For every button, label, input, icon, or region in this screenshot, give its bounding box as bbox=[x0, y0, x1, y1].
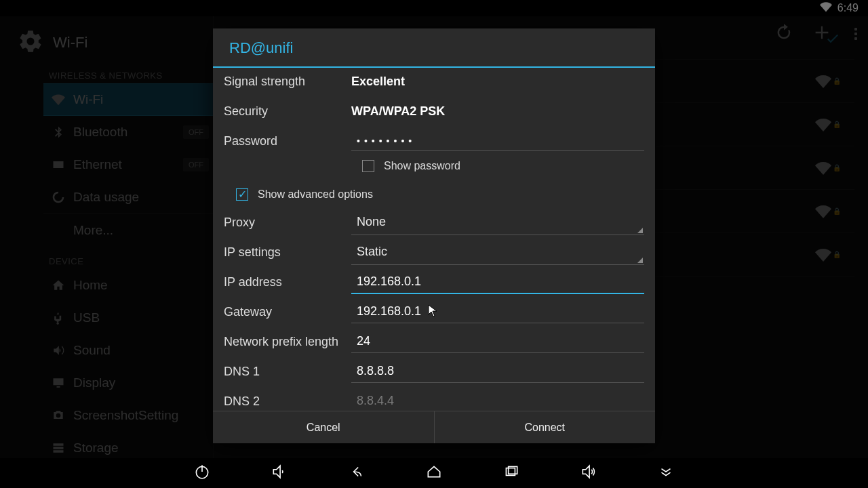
collapse-icon[interactable] bbox=[657, 463, 675, 483]
ip-address-label: IP address bbox=[224, 275, 351, 289]
dns1-label: DNS 1 bbox=[224, 365, 351, 379]
connect-button[interactable]: Connect bbox=[434, 411, 656, 443]
dialog-body: Signal strength Excellent Security WPA/W… bbox=[213, 68, 655, 411]
back-icon[interactable] bbox=[348, 463, 366, 483]
proxy-spinner[interactable]: None bbox=[351, 209, 644, 235]
show-password-label: Show password bbox=[384, 160, 460, 172]
ip-settings-value: Static bbox=[357, 245, 387, 258]
ip-address-input[interactable] bbox=[351, 270, 644, 294]
security-value: WPA/WPA2 PSK bbox=[351, 104, 445, 119]
power-icon[interactable] bbox=[193, 463, 211, 483]
ip-settings-spinner[interactable]: Static bbox=[351, 239, 644, 265]
chevron-down-icon bbox=[637, 258, 643, 263]
signal-strength-value: Excellent bbox=[351, 75, 405, 89]
system-navbar bbox=[0, 458, 868, 488]
password-input[interactable] bbox=[351, 131, 644, 151]
volume-down-icon[interactable] bbox=[271, 463, 288, 483]
cancel-button[interactable]: Cancel bbox=[213, 411, 434, 443]
dialog-title: RD@unifi bbox=[213, 28, 655, 66]
gateway-input[interactable] bbox=[351, 300, 644, 323]
ip-settings-label: IP settings bbox=[224, 245, 351, 260]
wifi-connect-dialog: RD@unifi Signal strength Excellent Secur… bbox=[213, 28, 655, 443]
security-label: Security bbox=[224, 104, 351, 119]
show-advanced-checkbox[interactable] bbox=[236, 188, 248, 201]
proxy-value: None bbox=[357, 215, 386, 228]
show-password-checkbox[interactable] bbox=[362, 160, 374, 172]
recents-icon[interactable] bbox=[502, 463, 520, 483]
dns1-input[interactable] bbox=[351, 360, 644, 383]
home-nav-icon[interactable] bbox=[425, 463, 443, 483]
chevron-down-icon bbox=[637, 228, 643, 233]
prefix-length-label: Network prefix length bbox=[224, 335, 351, 349]
dns2-label: DNS 2 bbox=[224, 394, 351, 409]
gateway-label: Gateway bbox=[224, 305, 351, 319]
dialog-button-bar: Cancel Connect bbox=[213, 411, 655, 443]
signal-strength-label: Signal strength bbox=[224, 75, 351, 89]
dns2-input[interactable] bbox=[351, 390, 644, 411]
proxy-label: Proxy bbox=[224, 216, 351, 230]
show-advanced-label: Show advanced options bbox=[258, 188, 373, 201]
password-label: Password bbox=[224, 134, 351, 148]
prefix-length-input[interactable] bbox=[351, 330, 644, 353]
volume-up-icon[interactable] bbox=[580, 463, 597, 483]
